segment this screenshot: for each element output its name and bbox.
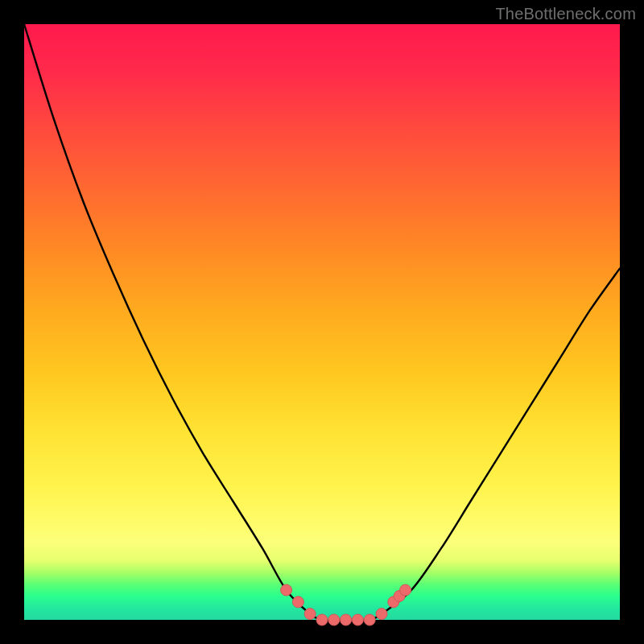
curve-marker [328,614,340,625]
chart-plot-area [24,24,620,620]
watermark-text: TheBottleneck.com [495,5,636,23]
curve-marker [304,609,316,620]
curve-marker [364,614,375,625]
chart-svg [24,24,620,620]
curve-marker [316,614,328,625]
curve-markers [281,584,411,625]
curve-marker [400,584,411,596]
curve-marker [352,614,363,625]
bottleneck-curve [24,24,620,621]
curve-marker [281,584,292,596]
curve-marker [376,609,387,620]
chart-frame: TheBottleneck.com [0,0,644,644]
curve-marker [292,597,303,608]
curve-marker [341,614,352,625]
